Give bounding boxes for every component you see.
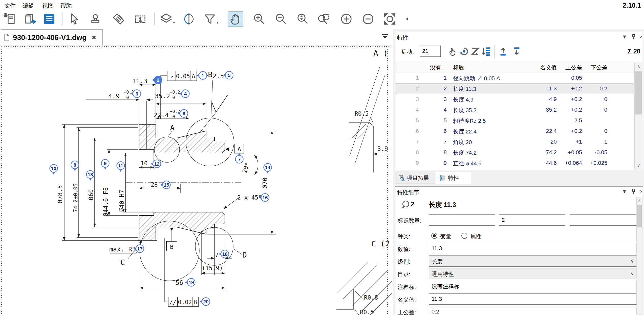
document-tab[interactable]: 930-1200-406-V1.dwg × (1, 29, 103, 45)
filter-dropdown-caret[interactable]: ▾ (217, 20, 219, 25)
cell-no: 9 (420, 160, 447, 166)
area-balloon-button[interactable]: 1 (133, 12, 148, 26)
tab-characteristics[interactable]: 特性 (436, 172, 471, 184)
balloon-9[interactable]: 9 (101, 160, 109, 170)
zoom-in-button[interactable] (251, 12, 266, 26)
move-top-icon[interactable] (498, 46, 508, 57)
table-row[interactable]: 55粗糙度Rz 2.52.5 (395, 115, 634, 126)
tag-button[interactable] (111, 12, 126, 26)
col-upper[interactable]: 上公差 (558, 64, 582, 71)
save-button[interactable] (42, 12, 57, 26)
radio-attribute-label[interactable]: 属性 (470, 233, 481, 240)
characteristics-panel: 特性 ▼ × 启动: (395, 32, 643, 170)
balloon-7[interactable]: 7 (235, 153, 243, 163)
mirror-view-button[interactable] (182, 12, 196, 26)
balloon-14[interactable]: 14 (264, 164, 272, 174)
balloon-1[interactable]: 1 (197, 72, 207, 80)
sort-list-icon[interactable] (481, 46, 492, 57)
table-row[interactable]: 88长度 74.274.2+0.05-0.05 (395, 147, 634, 158)
tab-list-icon[interactable] (381, 33, 390, 41)
radio-variable-label[interactable]: 变量 (440, 233, 451, 240)
balloon-10[interactable]: 10 (50, 165, 58, 175)
col-nominal[interactable]: 名义值 (514, 64, 557, 71)
cell-nom: 44.6 (514, 160, 557, 166)
new-document-button[interactable] (3, 12, 18, 26)
zoom-extents-button[interactable] (382, 12, 397, 26)
table-row[interactable]: 66长度 22.422.4+0.20 (395, 126, 634, 136)
catalog-combo-value: 通用特性 (432, 270, 454, 278)
open-document-button[interactable] (23, 12, 37, 26)
tab-project-expand[interactable]: 项目拓展 (395, 172, 435, 184)
zoom-dynamic-button[interactable] (295, 12, 310, 26)
select-cursor-button[interactable] (66, 12, 81, 26)
characteristics-panel-header: 特性 ▼ × (395, 32, 643, 42)
balloon-13[interactable]: 13 (87, 171, 94, 181)
start-number-input[interactable] (420, 46, 441, 57)
radio-attribute[interactable] (461, 233, 467, 239)
balloon-4[interactable]: 4 (179, 90, 189, 98)
catalog-combo[interactable]: 通用特性 ∨ (429, 268, 637, 279)
pan-hand-button[interactable] (228, 12, 243, 26)
menu-item-2[interactable]: 视图 (42, 2, 54, 10)
table-header: 没有。 标题 名义值 上公差 下公差 (395, 62, 634, 73)
dimension-text: 7 (215, 252, 219, 258)
pick-tool-icon[interactable] (447, 46, 458, 57)
id-count-input-1[interactable] (429, 214, 495, 226)
menu-item-1[interactable]: 编辑 (23, 2, 34, 10)
col-no[interactable]: 没有。 (420, 64, 447, 71)
panel-pin-icon[interactable] (630, 34, 637, 41)
move-bottom-icon[interactable] (511, 46, 522, 57)
balloon-5[interactable]: 5 (223, 71, 233, 79)
menu-item-3[interactable]: 帮助 (60, 2, 72, 10)
balloon-12[interactable]: 12 (151, 160, 161, 168)
table-row[interactable]: 11径向跳动 ↗ 0.05 A0.05 (395, 73, 634, 83)
dimension-text: max. R3 (109, 246, 136, 253)
balloon-8[interactable]: 8 (71, 161, 79, 171)
balloon-15[interactable]: 15 (160, 181, 170, 189)
zoom-out-button[interactable] (273, 12, 288, 26)
filter-button[interactable] (202, 12, 217, 26)
details-scrollbar[interactable]: ∧ (636, 197, 642, 315)
value-input[interactable] (429, 243, 637, 254)
table-row[interactable]: 22长度 11.311.3+0.2-0.2 (395, 83, 634, 94)
panel-menu-chevron-icon[interactable]: ▼ (621, 34, 628, 41)
panel-close-icon[interactable]: × (638, 34, 644, 41)
balloon-18[interactable]: 18 (219, 250, 229, 258)
svg-text:1: 1 (202, 73, 204, 78)
layers-button[interactable] (159, 12, 174, 26)
renumber-icon[interactable] (459, 46, 469, 57)
note-input[interactable] (429, 281, 637, 292)
panel-close-icon[interactable]: × (638, 189, 644, 195)
balloon-stamp-button[interactable] (88, 12, 103, 26)
table-row[interactable]: 44长度 35.235.2+0.20 (395, 105, 634, 115)
z-order-icon[interactable] (470, 46, 481, 57)
increase-button[interactable] (339, 12, 354, 26)
balloon-11[interactable]: 11 (117, 162, 125, 172)
menu-item-0[interactable]: 文件 (4, 2, 16, 10)
table-row[interactable]: 77角度 2020+1-1 (395, 136, 634, 147)
radio-variable[interactable] (431, 233, 437, 239)
layers-dropdown-caret[interactable]: ▾ (173, 20, 175, 25)
col-lower[interactable]: 下公差 (583, 64, 607, 71)
zoom-window-button[interactable] (316, 12, 331, 26)
details-content: 2 长度 11.3 标识数量: 种类: 变量 属性 数值: 级别: 长度 ∨ (395, 197, 643, 315)
balloon-19[interactable]: 19 (185, 279, 195, 286)
table-row[interactable]: 33长度 4.94.9+0.20 (395, 94, 634, 105)
id-count-input-2[interactable] (499, 214, 565, 226)
upper-tol-input[interactable] (429, 306, 637, 315)
balloon-2[interactable]: 2 (152, 76, 162, 84)
tab-close-icon[interactable]: × (92, 33, 96, 42)
nominal-input[interactable] (429, 293, 637, 305)
panel-pin-icon[interactable] (630, 189, 637, 195)
panel-menu-chevron-icon[interactable]: ▼ (621, 189, 628, 195)
characteristics-list-icon (439, 175, 446, 181)
table-scrollbar[interactable]: ∧ ∨ (634, 62, 643, 170)
class-combo[interactable]: 长度 ∨ (429, 255, 637, 267)
id-count-input-3[interactable] (570, 214, 637, 226)
table-row[interactable]: 99直径 ⌀ 44.644.6+0.064+0.025 (395, 158, 634, 168)
collapse-toolbar-icon[interactable] (403, 12, 411, 26)
item-number: 2 (411, 200, 414, 208)
decrease-button[interactable] (361, 12, 375, 26)
drawing-canvas[interactable]: 11.34.9+0.2-035.2+0.2-022.4+0.2-0Rz 2.5A… (0, 46, 392, 315)
balloon-20[interactable]: 20 (200, 298, 210, 306)
